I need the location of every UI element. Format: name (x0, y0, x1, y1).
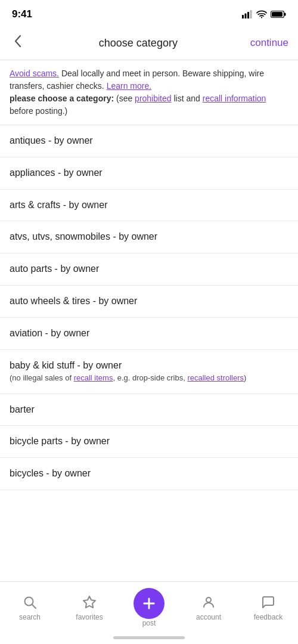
status-time: 9:41 (12, 8, 32, 20)
wifi-icon (256, 10, 267, 18)
header: choose category continue (0, 26, 298, 60)
nav-label-feedback: feedback (254, 613, 283, 621)
svg-point-4 (261, 17, 262, 18)
status-bar: 9:41 (0, 0, 298, 26)
category-list: antiques - by owner appliances - by owne… (0, 125, 298, 490)
svg-rect-0 (242, 15, 244, 18)
nav-item-account[interactable]: account (191, 594, 226, 621)
nav-item-post[interactable]: post (131, 588, 167, 627)
list-item[interactable]: auto parts - by owner (0, 253, 298, 286)
person-icon (200, 594, 217, 611)
warning-banner: Avoid scams. Deal locally and meet in pe… (0, 60, 298, 125)
recalled-strollers-link[interactable]: recalled strollers (187, 373, 244, 382)
svg-rect-1 (245, 14, 247, 19)
category-sub-note: (no illegal sales of recall items, e.g. … (10, 373, 288, 383)
continue-button[interactable]: continue (250, 35, 288, 51)
recall-items-link[interactable]: recall items (74, 373, 113, 382)
nav-item-search[interactable]: search (12, 594, 48, 621)
chat-icon (260, 594, 277, 611)
svg-rect-6 (284, 13, 286, 16)
nav-item-favorites[interactable]: favorites (72, 594, 107, 621)
recall-information-link[interactable]: recall information (203, 94, 266, 103)
nav-item-feedback[interactable]: feedback (250, 594, 286, 621)
nav-label-search: search (19, 613, 41, 621)
list-item[interactable]: appliances - by owner (0, 157, 298, 190)
svg-line-9 (32, 605, 36, 608)
list-item[interactable]: atvs, utvs, snowmobiles - by owner (0, 221, 298, 253)
nav-label-account: account (196, 613, 221, 621)
battery-icon (271, 10, 286, 18)
svg-rect-3 (250, 10, 252, 18)
search-icon (21, 594, 38, 611)
learn-more-link[interactable]: Learn more. (107, 81, 151, 91)
list-item[interactable]: antiques - by owner (0, 125, 298, 157)
bottom-nav: search favorites post account (0, 581, 298, 644)
nav-label-post: post (142, 619, 156, 627)
list-item[interactable]: baby & kid stuff - by owner (no illegal … (0, 350, 298, 394)
status-icons (242, 10, 286, 18)
prohibited-link[interactable]: prohibited (135, 94, 172, 103)
list-item[interactable]: auto wheels & tires - by owner (0, 286, 298, 318)
back-button[interactable] (10, 32, 26, 54)
list-and-text: list and (173, 94, 202, 103)
page-title: choose category (26, 37, 250, 49)
svg-rect-7 (272, 12, 283, 17)
list-item[interactable]: arts & crafts - by owner (0, 190, 298, 222)
home-indicator (113, 636, 185, 639)
list-item[interactable]: bicycles - by owner (0, 458, 298, 490)
signal-icon (242, 10, 253, 18)
svg-marker-10 (83, 596, 95, 608)
nav-label-favorites: favorites (76, 613, 103, 621)
post-circle (134, 588, 164, 619)
choose-category-bold: please choose a category: (10, 94, 114, 103)
svg-point-11 (206, 597, 211, 602)
list-item[interactable]: barter (0, 394, 298, 426)
avoid-scams-link[interactable]: Avoid scams. (10, 69, 59, 78)
list-item[interactable]: bicycle parts - by owner (0, 426, 298, 458)
svg-rect-2 (247, 12, 249, 18)
see-text: (see (116, 94, 135, 103)
before-posting-text: before posting.) (10, 106, 67, 116)
list-item[interactable]: aviation - by owner (0, 318, 298, 350)
star-icon (81, 594, 98, 611)
